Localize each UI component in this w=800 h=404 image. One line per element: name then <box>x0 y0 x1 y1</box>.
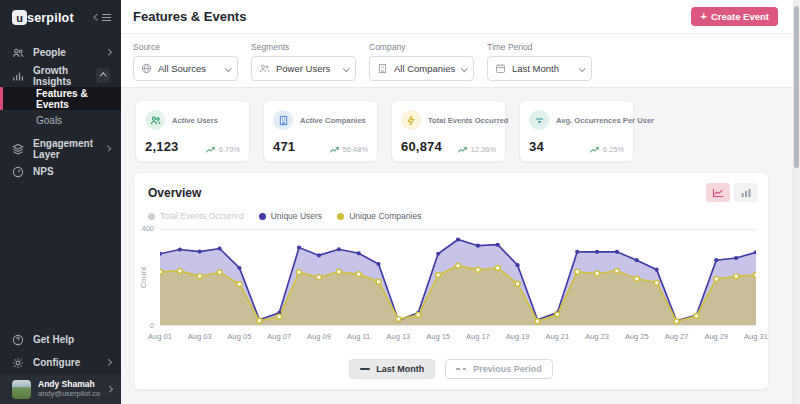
filter-segments: Segments Power Users <box>251 42 356 87</box>
line-chart-icon <box>712 188 724 198</box>
scrollbar-thumb[interactable] <box>794 6 799 168</box>
page-title: Features & Events <box>133 9 246 24</box>
filter-label: Time Period <box>487 42 592 52</box>
collapse-section-button[interactable] <box>96 68 110 83</box>
menu-icon <box>102 12 111 23</box>
legend-unique-users[interactable]: Unique Users <box>259 211 323 221</box>
stat-trend: 56.48% <box>329 145 368 154</box>
period-buttons: Last Month Previous Period <box>134 359 768 379</box>
last-month-button[interactable]: Last Month <box>349 359 435 379</box>
x-axis-label: Aug 15 <box>426 332 450 341</box>
trend-up-icon <box>457 146 468 154</box>
stat-trend: 12.36% <box>457 145 496 154</box>
create-event-button[interactable]: + Create Event <box>691 7 778 26</box>
legend-dot <box>337 213 344 220</box>
bar-chart-icon <box>12 70 24 82</box>
x-axis-label: Aug 13 <box>387 332 411 341</box>
sidebar: userpilot People Growth Insights Feature… <box>0 0 121 404</box>
segments-dropdown[interactable]: Power Users <box>251 56 356 81</box>
avg-occurrences-icon <box>529 110 549 130</box>
line-chart-toggle-button[interactable] <box>706 183 730 202</box>
filter-label: Company <box>369 42 474 52</box>
x-axis-label: Aug 17 <box>466 332 490 341</box>
legend-total-events[interactable]: Total Events Occurred <box>148 211 244 221</box>
stat-value: 34 <box>529 139 544 154</box>
create-event-label: Create Event <box>711 11 769 22</box>
help-icon <box>12 334 24 346</box>
trend-up-icon <box>205 146 216 154</box>
x-axis-label: Aug 19 <box>506 332 530 341</box>
previous-period-button[interactable]: Previous Period <box>445 359 553 379</box>
y-tick-max: 400 <box>136 224 154 233</box>
time-period-dropdown[interactable]: Last Month <box>487 56 592 81</box>
stat-value: 2,123 <box>145 139 179 154</box>
sidebar-item-engagement-layer[interactable]: Engagement Layer <box>0 137 121 160</box>
x-axis-label: Aug 29 <box>704 332 728 341</box>
people-icon <box>12 47 24 59</box>
legend-dot <box>259 213 266 220</box>
sidebar-item-growth-insights[interactable]: Growth Insights <box>0 64 121 87</box>
stat-label: Active Companies <box>300 116 366 125</box>
building-icon <box>377 63 388 74</box>
filter-label: Segments <box>251 42 356 52</box>
scrollbar-track[interactable] <box>793 0 800 404</box>
stats-row: Active Users 2,123 6.79% Active Companie… <box>121 100 634 162</box>
user-profile[interactable]: Andy Shamah andy@userpilot.co <box>0 374 121 404</box>
legend-label: Unique Companies <box>349 211 421 221</box>
x-axis-label: Aug 31 <box>744 332 768 341</box>
logo: userpilot <box>0 0 121 33</box>
y-axis-title: Count <box>139 267 148 288</box>
stat-label: Active Users <box>172 116 218 125</box>
y-tick-zero: 0 <box>136 321 154 330</box>
sidebar-item-people[interactable]: People <box>0 41 121 64</box>
x-axis-label: Aug 05 <box>228 332 252 341</box>
stat-value: 471 <box>273 139 295 154</box>
legend-unique-companies[interactable]: Unique Companies <box>337 211 421 221</box>
x-axis-label: Aug 11 <box>347 332 370 341</box>
sidebar-item-label: NPS <box>33 166 54 177</box>
company-dropdown[interactable]: All Companies <box>369 56 474 81</box>
user-email: andy@userpilot.co <box>38 390 100 399</box>
bar-chart-icon <box>740 188 752 198</box>
chevron-down-icon <box>579 65 585 71</box>
stat-card-total-events: Total Events Occurred 60,874 12.36% <box>391 100 506 162</box>
x-axis-label: Aug 25 <box>625 332 649 341</box>
chevron-down-icon <box>225 65 231 71</box>
chevron-right-icon <box>105 359 111 365</box>
layers-icon <box>12 143 24 155</box>
x-axis-labels: Aug 01Aug 03Aug 05Aug 07Aug 09Aug 11Aug … <box>160 332 756 344</box>
dropdown-value: Power Users <box>276 63 330 74</box>
stat-trend: 6.25% <box>589 145 624 154</box>
userpilot-dashboard: userpilot People Growth Insights Feature… <box>0 0 800 404</box>
sidebar-item-nps[interactable]: NPS <box>0 160 121 183</box>
sidebar-item-get-help[interactable]: Get Help <box>0 328 121 351</box>
sidebar-item-label: Configure <box>33 357 80 368</box>
main-content: Features & Events + Create Event Source … <box>121 0 800 404</box>
source-dropdown[interactable]: All Sources <box>133 56 238 81</box>
sidebar-subitem-goals[interactable]: Goals <box>0 110 121 131</box>
legend-dot <box>148 213 155 220</box>
chart-area: Count 400 0 Aug 01Aug 03Aug 05Aug 07Aug … <box>134 223 768 353</box>
sidebar-subitem-features-events[interactable]: Features & Events <box>0 87 121 110</box>
stat-value: 60,874 <box>401 139 442 154</box>
sidebar-subitem-label: Goals <box>36 115 62 126</box>
stat-trend: 6.79% <box>205 145 240 154</box>
gauge-icon <box>12 166 24 178</box>
stat-label: Total Events Occurred <box>428 116 508 125</box>
globe-icon <box>141 63 152 74</box>
dropdown-value: All Companies <box>394 63 455 74</box>
stat-card-avg-occurrences: Avg. Occurrences Per User 34 6.25% <box>519 100 634 162</box>
logo-u-icon: u <box>12 10 27 25</box>
bar-chart-toggle-button[interactable] <box>734 183 758 202</box>
sidebar-item-label: Growth Insights <box>33 65 96 87</box>
chart-legend: Total Events Occurred Unique Users Uniqu… <box>134 202 768 221</box>
sidebar-collapse-button[interactable] <box>95 12 112 23</box>
solid-line-icon <box>360 368 370 370</box>
stat-trend-pct: 6.79% <box>219 145 240 154</box>
chart-plot[interactable] <box>160 229 756 326</box>
chart-type-toggles <box>706 183 758 202</box>
sidebar-item-configure[interactable]: Configure <box>0 351 121 374</box>
trend-up-icon <box>329 146 340 154</box>
users-icon <box>259 63 270 74</box>
overview-card: Overview Total Events Occurred <box>133 172 769 390</box>
